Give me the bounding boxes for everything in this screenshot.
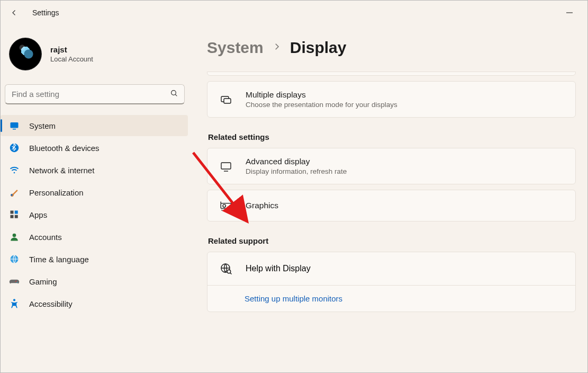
svg-line-29: [230, 273, 232, 274]
card-subtitle: Choose the presentation mode for your di…: [246, 101, 397, 109]
nav-item-label: Accessibility: [29, 299, 73, 308]
nav-item-accessibility[interactable]: Accessibility: [1, 293, 188, 314]
nav-item-label: Bluetooth & devices: [29, 144, 99, 153]
minimize-button[interactable]: [559, 2, 580, 23]
nav-item-label: Personalization: [29, 188, 84, 197]
nav-item-bluetooth[interactable]: Bluetooth & devices: [1, 137, 188, 158]
card-help: Help with Display Setting up multiple mo…: [207, 252, 576, 312]
card-title: Multiple displays: [246, 90, 397, 100]
nav-item-time-language[interactable]: Time & language: [1, 248, 188, 270]
svg-rect-9: [15, 211, 18, 214]
svg-point-5: [10, 144, 19, 153]
help-row[interactable]: Help with Display: [207, 252, 575, 285]
person-icon: [9, 232, 20, 242]
nav-item-label: Network & internet: [29, 166, 94, 175]
gamepad-icon: [9, 276, 20, 287]
nav-item-accounts[interactable]: Accounts: [1, 226, 188, 247]
wifi-icon: [9, 165, 20, 175]
nav-item-apps[interactable]: Apps: [1, 204, 188, 225]
svg-rect-8: [11, 211, 14, 214]
nav-item-label: Time & language: [29, 255, 89, 264]
card-multiple-displays[interactable]: Multiple displays Choose the presentatio…: [207, 81, 576, 118]
svg-rect-11: [15, 215, 18, 218]
nav-item-label: Gaming: [29, 277, 57, 286]
svg-point-1: [171, 91, 176, 95]
nav-item-network[interactable]: Network & internet: [1, 159, 188, 181]
globe-search-icon: [219, 262, 233, 276]
svg-point-12: [13, 234, 16, 237]
minimize-icon: [566, 10, 573, 16]
svg-point-6: [14, 172, 15, 174]
breadcrumb-parent[interactable]: System: [207, 39, 264, 57]
chevron-right-icon: [272, 42, 282, 54]
apps-icon: [9, 209, 20, 220]
arrow-left-icon: [10, 8, 19, 17]
avatar: [9, 38, 42, 70]
svg-point-7: [11, 194, 13, 196]
svg-line-2: [175, 94, 177, 96]
nav-item-label: Apps: [29, 210, 47, 219]
help-title: Help with Display: [246, 264, 311, 273]
nav-list: System Bluetooth & devices Network & int…: [1, 115, 189, 314]
brush-icon: [9, 187, 20, 198]
search-input[interactable]: [5, 84, 185, 104]
card-stub-top: [207, 72, 576, 76]
app-title: Settings: [32, 8, 59, 17]
back-button[interactable]: [8, 6, 21, 19]
nav-item-gaming[interactable]: Gaming: [1, 271, 188, 292]
search-icon: [170, 89, 178, 100]
bluetooth-icon: [9, 143, 20, 153]
breadcrumb: System Display: [207, 25, 576, 72]
section-related-support: Related support: [208, 236, 576, 245]
graphics-card-icon: [219, 199, 233, 212]
svg-point-28: [227, 270, 230, 273]
monitor-icon: [219, 159, 233, 173]
card-title: Advanced display: [246, 157, 347, 166]
card-title: Graphics: [246, 199, 278, 212]
nav-item-label: System: [29, 121, 56, 130]
svg-rect-18: [224, 99, 231, 103]
help-link-multiple-monitors[interactable]: Setting up multiple monitors: [207, 286, 575, 312]
clock-globe-icon: [9, 254, 20, 264]
svg-point-15: [16, 282, 17, 283]
svg-rect-3: [11, 122, 19, 128]
card-graphics[interactable]: Graphics: [207, 190, 576, 221]
breadcrumb-current: Display: [290, 39, 347, 57]
card-subtitle: Display information, refresh rate: [246, 167, 347, 175]
nav-item-system[interactable]: System: [1, 115, 188, 136]
svg-rect-4: [13, 129, 16, 130]
nav-item-personalization[interactable]: Personalization: [1, 182, 188, 203]
section-related-settings: Related settings: [208, 132, 576, 141]
account-type: Local Account: [50, 55, 93, 63]
multiple-displays-icon: [219, 93, 233, 106]
svg-point-14: [15, 281, 16, 282]
system-icon: [9, 120, 20, 131]
accessibility-icon: [9, 298, 20, 309]
svg-rect-19: [221, 163, 231, 169]
svg-point-16: [13, 299, 15, 301]
svg-point-22: [223, 205, 225, 207]
nav-item-label: Accounts: [29, 233, 62, 242]
card-advanced-display[interactable]: Advanced display Display information, re…: [207, 148, 576, 184]
svg-rect-10: [11, 215, 14, 218]
account-name: rajst: [50, 45, 93, 54]
account-block[interactable]: rajst Local Account: [1, 30, 189, 81]
